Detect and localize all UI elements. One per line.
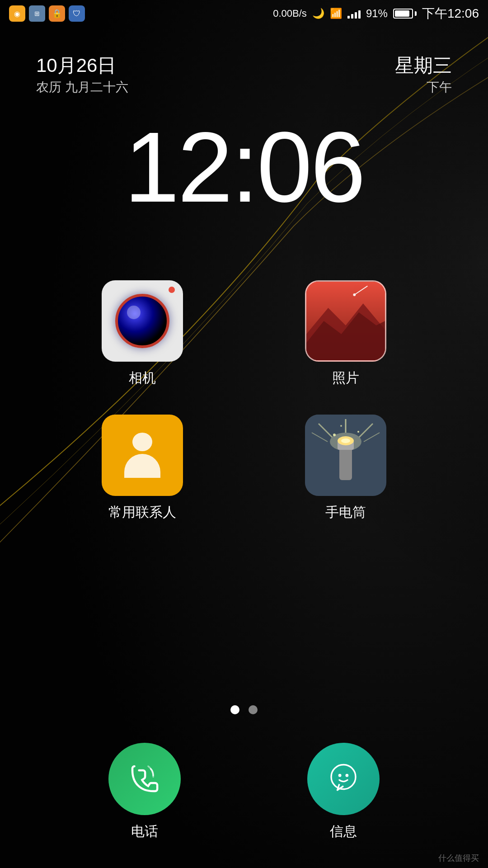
watermark: 什么值得买: [438, 853, 479, 863]
wifi-icon: 📶: [330, 8, 342, 19]
app-grid: 相机 照片: [0, 280, 488, 522]
flashlight-label: 手电筒: [325, 503, 366, 522]
weekday: 星期三: [395, 54, 452, 77]
camera-app-icon: [102, 280, 183, 362]
status-icon-4: 🛡: [69, 5, 85, 22]
svg-point-21: [357, 431, 359, 433]
status-bar: ◉ ⊞ 🔒 🛡 0.00B/s 🌙 📶 91% 下午12:06: [0, 0, 488, 27]
status-icon-2: ⊞: [29, 5, 45, 22]
flashlight-svg: [305, 415, 386, 496]
camera-dot: [169, 287, 175, 293]
person-body: [124, 454, 160, 478]
photos-app-icon: [305, 280, 386, 362]
page-dot-1[interactable]: [230, 705, 239, 714]
date-left: 10月26日 农历 九月二十六: [36, 54, 128, 96]
status-right-info: 0.00B/s 🌙 📶 91% 下午12:06: [273, 5, 479, 22]
app-item-flashlight[interactable]: 手电筒: [258, 415, 434, 522]
photos-label: 照片: [332, 369, 359, 387]
app-item-photos[interactable]: 照片: [258, 280, 434, 387]
moon-icon: 🌙: [312, 8, 324, 19]
contacts-app-icon: [102, 415, 183, 496]
battery-icon: [393, 9, 417, 19]
app-item-contacts[interactable]: 常用联系人: [54, 415, 230, 522]
network-speed: 0.00B/s: [273, 8, 307, 19]
signal-icon: [347, 9, 361, 19]
svg-point-20: [333, 434, 336, 436]
dock-item-message[interactable]: 信息: [307, 743, 380, 841]
battery-percent: 91%: [366, 7, 388, 20]
big-clock: 12:06: [0, 118, 488, 217]
camera-lens: [115, 294, 169, 348]
svg-point-24: [338, 774, 342, 777]
status-icon-3: 🔒: [49, 5, 65, 22]
phone-dock-icon: [108, 743, 181, 815]
status-icon-1: ◉: [9, 5, 25, 22]
status-left-icons: ◉ ⊞ 🔒 🛡: [9, 5, 85, 22]
phone-svg: [124, 759, 165, 799]
page-dots: [0, 705, 488, 714]
page-dot-2[interactable]: [249, 705, 258, 714]
person-silhouette: [120, 433, 165, 478]
photos-svg: [306, 282, 385, 360]
phone-label: 电话: [131, 822, 158, 841]
ampm: 下午: [395, 79, 452, 96]
contacts-label: 常用联系人: [108, 503, 176, 522]
date-lunar: 农历 九月二十六: [36, 79, 128, 96]
dock: 电话 信息: [0, 743, 488, 841]
dock-item-phone[interactable]: 电话: [108, 743, 181, 841]
svg-point-19: [341, 439, 350, 443]
message-label: 信息: [330, 822, 357, 841]
flashlight-app-icon: [305, 415, 386, 496]
svg-point-22: [340, 425, 342, 427]
status-time: 下午12:06: [422, 5, 479, 22]
date-right: 星期三 下午: [395, 54, 452, 96]
date-area: 10月26日 农历 九月二十六 星期三 下午: [0, 54, 488, 96]
camera-label: 相机: [129, 369, 156, 387]
svg-point-8: [353, 293, 356, 296]
date-main: 10月26日: [36, 54, 128, 77]
clock-time: 12:06: [0, 118, 488, 217]
message-dock-icon: [307, 743, 380, 815]
svg-point-23: [331, 765, 356, 789]
app-item-camera[interactable]: 相机: [54, 280, 230, 387]
message-svg: [323, 759, 364, 799]
svg-point-25: [346, 774, 349, 777]
person-head: [132, 433, 152, 451]
